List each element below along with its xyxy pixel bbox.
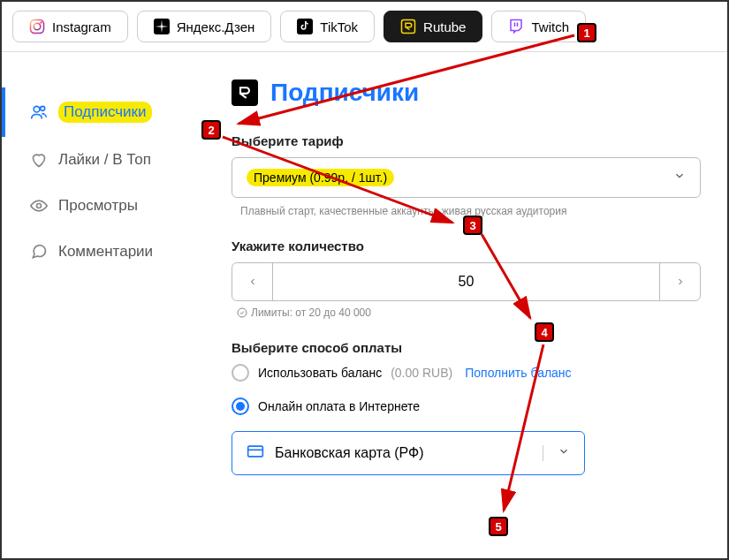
rutube-icon bbox=[400, 19, 416, 34]
content-area: Подписчики Выберите тариф Премиум (0.99р… bbox=[223, 52, 727, 493]
payment-option-balance[interactable]: Использовать баланс (0.00 RUB) Пополнить… bbox=[232, 364, 701, 382]
card-icon bbox=[247, 443, 264, 464]
svg-point-9 bbox=[238, 308, 247, 317]
twitch-icon bbox=[508, 19, 524, 34]
payment-option-online[interactable]: Онлайн оплата в Интернете bbox=[232, 397, 701, 415]
tariff-value: Премиум (0.99р. / 1шт.) bbox=[247, 169, 394, 186]
tab-label: Яндекс.Дзен bbox=[177, 19, 255, 34]
sidebar-label: Комментарии bbox=[58, 243, 153, 261]
tariff-label: Выберите тариф bbox=[232, 133, 701, 148]
tariff-hint: Плавный старт, качественные аккаунты, жи… bbox=[232, 205, 701, 217]
quantity-label: Укажите количество bbox=[232, 238, 701, 254]
annotation-badge-5: 5 bbox=[489, 517, 508, 536]
sidebar-item-likes[interactable]: Лайки / В Топ bbox=[2, 137, 223, 183]
radio-unchecked-icon bbox=[232, 364, 249, 382]
zen-icon bbox=[154, 19, 170, 34]
heart-icon bbox=[30, 151, 48, 169]
balance-amount: (0.00 RUB) bbox=[391, 366, 452, 380]
instagram-icon bbox=[29, 19, 45, 34]
platform-tabs: Instagram Яндекс.Дзен TikTok Rutube Twit… bbox=[2, 2, 727, 52]
svg-point-7 bbox=[41, 106, 45, 110]
quantity-stepper bbox=[232, 262, 701, 301]
check-circle-icon bbox=[237, 307, 247, 318]
tab-rutube[interactable]: Rutube bbox=[383, 11, 482, 42]
chevron-down-icon bbox=[543, 445, 570, 461]
topup-link[interactable]: Пополнить баланс bbox=[465, 366, 571, 380]
sidebar-label: Подписчики bbox=[58, 102, 152, 123]
sidebar-label: Просмотры bbox=[58, 197, 138, 215]
chevron-down-icon bbox=[673, 170, 686, 185]
svg-point-8 bbox=[37, 204, 42, 208]
sidebar-label: Лайки / В Топ bbox=[58, 151, 151, 169]
sidebar: Подписчики Лайки / В Топ Просмотры Комме… bbox=[2, 52, 223, 493]
tab-instagram[interactable]: Instagram bbox=[12, 11, 128, 42]
tab-label: Rutube bbox=[423, 19, 466, 34]
tiktok-icon bbox=[297, 19, 313, 34]
payment-label: Выберите способ оплаты bbox=[232, 340, 701, 355]
tab-twitch[interactable]: Twitch bbox=[491, 11, 586, 42]
eye-icon bbox=[30, 197, 48, 215]
tab-label: Instagram bbox=[52, 19, 111, 34]
tariff-select[interactable]: Премиум (0.99р. / 1шт.) bbox=[232, 157, 701, 198]
quantity-decrease-button[interactable] bbox=[232, 263, 273, 300]
svg-point-1 bbox=[34, 23, 41, 30]
tab-label: TikTok bbox=[320, 19, 358, 34]
tab-yandex-zen[interactable]: Яндекс.Дзен bbox=[137, 11, 272, 42]
online-label: Онлайн оплата в Интернете bbox=[258, 399, 420, 413]
payment-method-value: Банковская карта (РФ) bbox=[275, 445, 424, 461]
chat-icon bbox=[30, 243, 48, 261]
quantity-limits: Лимиты: от 20 до 40 000 bbox=[232, 306, 701, 319]
svg-rect-10 bbox=[248, 446, 263, 457]
page-title: Подписчики bbox=[270, 79, 419, 107]
tab-tiktok[interactable]: TikTok bbox=[280, 11, 375, 42]
users-icon bbox=[30, 103, 48, 121]
radio-checked-icon bbox=[232, 397, 249, 415]
balance-label: Использовать баланс bbox=[258, 366, 382, 380]
page-heading: Подписчики bbox=[232, 79, 701, 107]
tab-label: Twitch bbox=[531, 19, 569, 34]
sidebar-item-comments[interactable]: Комментарии bbox=[2, 229, 223, 275]
svg-point-6 bbox=[34, 106, 40, 112]
quantity-input[interactable] bbox=[273, 263, 659, 300]
quantity-increase-button[interactable] bbox=[659, 263, 700, 300]
svg-point-2 bbox=[40, 21, 42, 23]
sidebar-item-subscribers[interactable]: Подписчики bbox=[2, 87, 223, 137]
payment-method-select[interactable]: Банковская карта (РФ) bbox=[232, 431, 585, 475]
rutube-logo-icon bbox=[232, 79, 258, 106]
sidebar-item-views[interactable]: Просмотры bbox=[2, 183, 223, 229]
